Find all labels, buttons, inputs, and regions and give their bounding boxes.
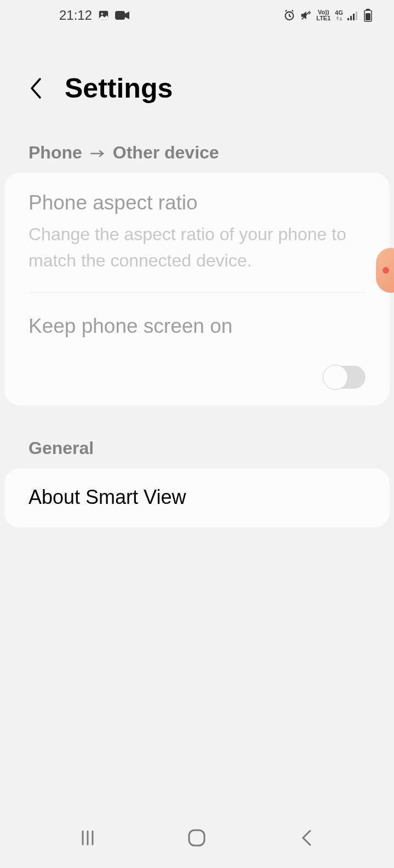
back-nav-button[interactable]: [284, 824, 328, 852]
svg-rect-5: [347, 18, 349, 20]
setting-keep-screen-on[interactable]: Keep phone screen on: [4, 293, 390, 360]
svg-rect-16: [189, 830, 204, 846]
image-icon: [98, 9, 110, 21]
recents-button[interactable]: [66, 824, 110, 852]
svg-rect-8: [356, 12, 357, 20]
keep-screen-on-toggle[interactable]: [323, 366, 366, 389]
volte-indicator: Vo)) LTE1: [316, 9, 330, 21]
back-button[interactable]: [27, 77, 44, 100]
section-label: General: [28, 438, 94, 458]
status-time: 21:12: [59, 8, 92, 23]
alarm-icon: [283, 9, 295, 21]
screen-recorder-indicator[interactable]: [376, 248, 394, 293]
navigation-bar: [0, 819, 394, 868]
page-title: Settings: [65, 72, 173, 104]
section-label-from: Phone: [28, 143, 82, 163]
setting-title: About Smart View: [28, 486, 366, 509]
setting-subtitle: Change the aspect ratio of your phone to…: [28, 221, 366, 274]
network-gen-indicator: 4G: [335, 10, 343, 21]
svg-rect-11: [366, 13, 370, 20]
home-button[interactable]: [175, 824, 219, 852]
svg-rect-7: [353, 14, 355, 20]
signal-icon: [347, 10, 359, 20]
svg-point-1: [101, 13, 103, 15]
battery-icon: [364, 9, 372, 22]
setting-title: Keep phone screen on: [28, 314, 366, 339]
status-right: Vo)) LTE1 4G: [283, 9, 372, 22]
video-icon: [115, 10, 129, 21]
setting-about-smart-view[interactable]: About Smart View: [4, 468, 390, 527]
section-label-to: Other device: [113, 143, 219, 163]
app-header: Settings: [0, 29, 394, 126]
status-bar: 21:12 Vo)) LTE1 4G: [0, 0, 394, 29]
setting-title: Phone aspect ratio: [28, 190, 366, 215]
mute-vibrate-icon: [300, 9, 312, 21]
svg-rect-6: [350, 16, 352, 20]
section-header-mirroring: Phone Other device: [0, 126, 394, 173]
section-header-general: General: [0, 405, 394, 468]
arrow-right-icon: [90, 143, 105, 163]
status-left: 21:12: [59, 8, 129, 23]
setting-aspect-ratio[interactable]: Phone aspect ratio Change the aspect rat…: [4, 173, 390, 292]
settings-card-mirroring: Phone aspect ratio Change the aspect rat…: [4, 173, 390, 405]
settings-card-general: About Smart View: [4, 468, 390, 527]
svg-rect-2: [115, 11, 125, 20]
toggle-container: [4, 360, 390, 405]
toggle-thumb: [323, 365, 348, 390]
